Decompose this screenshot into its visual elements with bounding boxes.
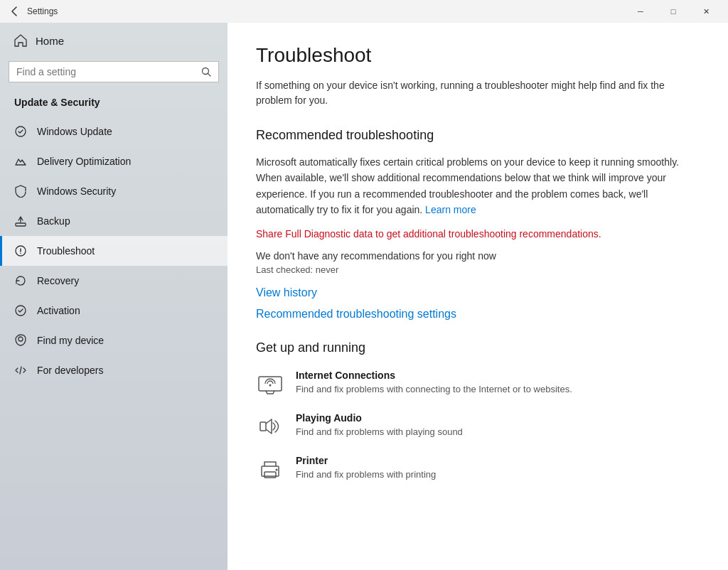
- learn-more-link[interactable]: Learn more: [425, 204, 476, 215]
- last-checked-text: Last checked: never: [256, 264, 700, 275]
- page-title: Troubleshoot: [256, 44, 700, 67]
- no-recommendations-text: We don't have any recommendations for yo…: [256, 250, 700, 262]
- audio-name: Playing Audio: [296, 412, 463, 424]
- svg-point-10: [269, 384, 272, 386]
- troubleshooter-audio[interactable]: Playing Audio Find and fix problems with…: [256, 412, 700, 441]
- window-controls: ─ □ ✕: [624, 0, 722, 23]
- sidebar: Home Update & Security Windows Update: [0, 23, 228, 570]
- svg-point-7: [16, 306, 26, 316]
- home-icon: [14, 34, 27, 47]
- sidebar-item-delivery-optimization[interactable]: Delivery Optimization: [0, 146, 228, 176]
- printer-icon: [256, 455, 284, 483]
- recommended-section-body: Microsoft automatically fixes certain cr…: [256, 154, 700, 218]
- windows-update-icon: [14, 125, 27, 138]
- titlebar-title: Settings: [27, 6, 624, 16]
- recommended-section-title: Recommended troubleshooting: [256, 128, 700, 143]
- audio-icon: [256, 412, 284, 441]
- internet-text: Internet Connections Find and fix proble…: [296, 370, 572, 396]
- internet-icon: [256, 370, 284, 398]
- content-area: Troubleshoot If something on your device…: [228, 23, 728, 570]
- sidebar-item-windows-update[interactable]: Windows Update: [0, 117, 228, 146]
- get-running-title: Get up and running: [256, 340, 700, 355]
- troubleshoot-label: Troubleshoot: [37, 245, 95, 257]
- page-description: If something on your device isn't workin…: [256, 78, 700, 108]
- sidebar-item-troubleshoot[interactable]: Troubleshoot: [0, 236, 228, 266]
- svg-rect-11: [260, 422, 266, 431]
- find-device-icon: [14, 334, 27, 347]
- recommended-settings-link[interactable]: Recommended troubleshooting settings: [256, 308, 700, 321]
- search-icon: [201, 67, 211, 77]
- delivery-optimization-label: Delivery Optimization: [37, 156, 131, 167]
- main-layout: Home Update & Security Windows Update: [0, 23, 728, 570]
- svg-point-6: [20, 253, 21, 254]
- activation-icon: [14, 304, 27, 317]
- restore-button[interactable]: □: [657, 0, 690, 23]
- find-device-label: Find my device: [37, 335, 104, 346]
- diagnostic-data-link[interactable]: Share Full Diagnostic data to get additi…: [256, 228, 601, 240]
- sidebar-item-recovery[interactable]: Recovery: [0, 266, 228, 296]
- audio-text: Playing Audio Find and fix problems with…: [296, 412, 463, 439]
- sidebar-item-for-developers[interactable]: For developers: [0, 355, 228, 385]
- troubleshoot-icon: [14, 244, 27, 257]
- printer-text: Printer Find and fix problems with print…: [296, 455, 436, 481]
- minimize-button[interactable]: ─: [624, 0, 657, 23]
- svg-rect-13: [264, 472, 276, 478]
- sidebar-item-windows-security[interactable]: Windows Security: [0, 176, 228, 206]
- printer-desc: Find and fix problems with printing: [296, 468, 436, 481]
- search-box[interactable]: [9, 61, 219, 82]
- svg-point-8: [18, 337, 23, 341]
- troubleshooter-internet[interactable]: Internet Connections Find and fix proble…: [256, 370, 700, 398]
- sidebar-item-find-my-device[interactable]: Find my device: [0, 326, 228, 355]
- back-button[interactable]: [6, 3, 23, 20]
- windows-update-label: Windows Update: [37, 126, 112, 137]
- svg-point-2: [16, 127, 26, 136]
- sidebar-section-title: Update & Security: [0, 91, 228, 117]
- titlebar: Settings ─ □ ✕: [0, 0, 728, 23]
- svg-point-14: [276, 468, 278, 470]
- sidebar-item-home[interactable]: Home: [0, 23, 228, 58]
- windows-security-icon: [14, 185, 27, 198]
- view-history-link[interactable]: View history: [256, 286, 700, 299]
- troubleshooter-printer[interactable]: Printer Find and fix problems with print…: [256, 455, 700, 483]
- recovery-icon: [14, 274, 27, 287]
- developer-icon: [14, 364, 27, 377]
- close-button[interactable]: ✕: [690, 0, 722, 23]
- home-label: Home: [36, 35, 64, 47]
- audio-desc: Find and fix problems with playing sound: [296, 426, 463, 439]
- delivery-optimization-icon: [14, 155, 27, 168]
- internet-name: Internet Connections: [296, 370, 572, 381]
- search-input[interactable]: [16, 66, 201, 77]
- sidebar-item-backup[interactable]: Backup: [0, 206, 228, 236]
- for-developers-label: For developers: [37, 365, 103, 376]
- backup-label: Backup: [37, 215, 70, 227]
- backup-icon: [14, 215, 27, 227]
- svg-line-1: [208, 74, 211, 77]
- recovery-label: Recovery: [37, 275, 79, 286]
- sidebar-item-activation[interactable]: Activation: [0, 296, 228, 326]
- windows-security-label: Windows Security: [37, 185, 116, 197]
- activation-label: Activation: [37, 305, 80, 316]
- printer-name: Printer: [296, 455, 436, 466]
- svg-rect-3: [16, 223, 26, 226]
- internet-desc: Find and fix problems with connecting to…: [296, 383, 572, 396]
